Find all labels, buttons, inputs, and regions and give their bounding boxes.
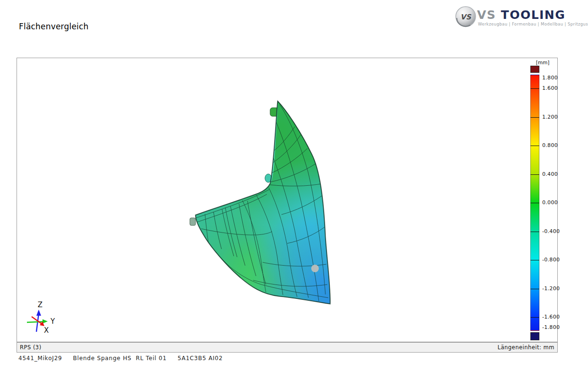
logo-wordmark: VS TOOLING: [477, 8, 565, 22]
legend-unit-label: [mm]: [532, 60, 554, 65]
logo-wordmark-tooling: TOOLING: [501, 8, 566, 22]
axis-z-label: Z: [38, 301, 43, 309]
legend-tick-label: -0.800: [542, 257, 567, 263]
logo-tagline: Werkzeugbau | Formenbau | Modellbau | Sp…: [478, 22, 588, 26]
status-unit-label: Längeneinheit: mm: [498, 344, 554, 351]
legend-tick-line: [530, 88, 539, 89]
page-title: Flächenvergleich: [19, 22, 89, 31]
legend-tick-line: [530, 146, 539, 146]
legend-tick-label: -1.200: [542, 285, 567, 292]
legend-tick-line: [530, 289, 539, 289]
legend-tick-line: [530, 117, 539, 118]
axis-x-label: X: [44, 326, 49, 335]
part-wing-tab: [190, 218, 196, 225]
axis-y-arrow-icon: [43, 319, 48, 324]
logo-emblem-icon: VS: [455, 6, 477, 27]
legend-tick-label: 0.800: [542, 142, 567, 148]
legend-tick-label: 0.400: [542, 171, 567, 177]
axis-z-arrow-icon: [36, 310, 41, 316]
status-rps-label: RPS (3): [20, 344, 42, 351]
report-page: Flächenvergleich VS VS TOOLING Werkzeugb…: [0, 0, 588, 371]
reference-point-marker: [311, 265, 319, 272]
viewport-3d[interactable]: [mm] 1.8001.6001.2000.8000.4000.000-0.40…: [17, 58, 558, 342]
legend-tick-line: [530, 232, 539, 232]
legend-tick-label: -0.400: [542, 228, 567, 234]
legend-tick-label: 1.200: [542, 114, 567, 120]
legend-tick-line: [530, 260, 539, 260]
part-identification-line: 4541_MikoJ29 Blende Spange HS RL Teil 01…: [18, 355, 223, 362]
legend-tick-label: 0.000: [542, 199, 567, 206]
legend-tick-label: -1.800: [542, 324, 567, 330]
model-3d-view[interactable]: [17, 58, 557, 342]
legend-clamp-above: [530, 66, 539, 73]
axis-y-line: [27, 322, 44, 323]
legend-tick-label: 1.800: [542, 75, 567, 81]
status-bar: RPS (3) Längeneinheit: mm: [17, 342, 558, 353]
legend-tick-line: [530, 174, 539, 175]
legend-tick-label: -1.600: [542, 314, 567, 320]
axis-y-label: Y: [50, 317, 55, 326]
axis-x-line: [32, 317, 42, 324]
axis-z-line: [36, 313, 39, 332]
legend-tick-line: [530, 317, 539, 318]
logo-emblem-text: VS: [460, 13, 472, 21]
axes-triad: Z Y X: [19, 294, 76, 346]
legend-clamp-below: [530, 332, 539, 340]
part-surface: [187, 96, 338, 309]
legend-tick-label: 1.600: [542, 85, 567, 91]
company-logo: VS VS TOOLING Werkzeugbau | Formenbau | …: [451, 5, 579, 29]
logo-wordmark-vs: VS: [477, 8, 496, 22]
legend-tick-line: [530, 203, 539, 203]
